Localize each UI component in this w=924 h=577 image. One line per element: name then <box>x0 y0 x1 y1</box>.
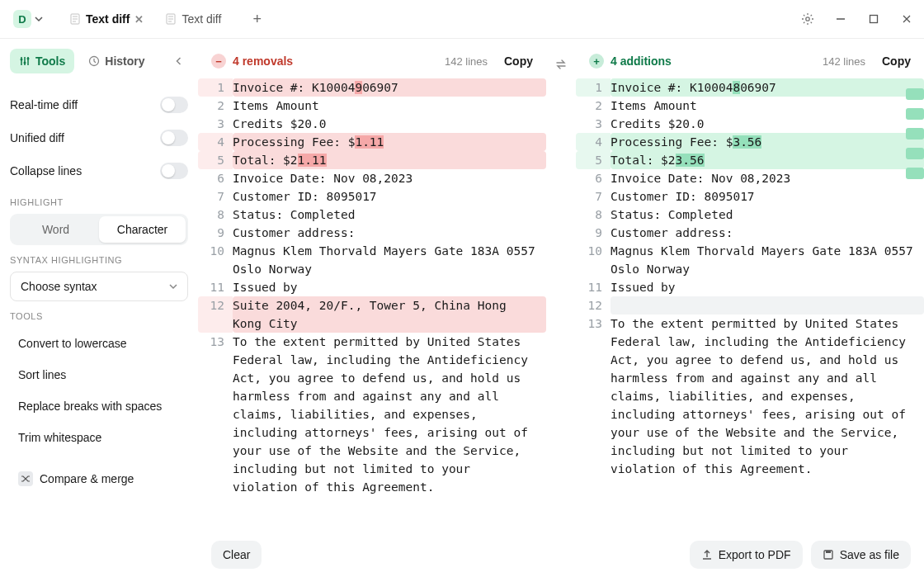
tool-lowercase[interactable]: Convert to lowercase <box>10 328 188 359</box>
chevron-down-icon <box>169 282 177 291</box>
diff-panes: − 4 removals 142 lines Copy 1Invoice #: … <box>198 39 924 577</box>
tab-text-diff-1[interactable]: Text diff ✕ <box>61 7 152 31</box>
code-line[interactable]: 13To the extent permitted by United Stat… <box>198 333 546 496</box>
line-content: Invoice #: K10004906907 <box>233 78 546 97</box>
code-line[interactable]: 9Customer address: <box>576 224 924 242</box>
line-number: 11 <box>198 278 233 296</box>
highlight-character[interactable]: Character <box>99 216 186 243</box>
code-line[interactable]: 8Status: Completed <box>576 206 924 224</box>
right-code-area[interactable]: 1Invoice #: K100048069072Items Amount3Cr… <box>576 78 924 577</box>
compare-merge-button[interactable]: Compare & merge <box>10 463 188 494</box>
option-label: Unified diff <box>10 131 64 144</box>
sidebar-tab-tools[interactable]: Tools <box>10 49 74 73</box>
diff-highlight: 9 <box>355 81 362 94</box>
diff-highlight: 8 <box>733 81 740 94</box>
line-number: 11 <box>576 278 610 296</box>
code-line[interactable]: 5Total: $23.56 <box>576 151 924 169</box>
tab-label: Text diff <box>182 12 221 26</box>
minimap-marker[interactable] <box>906 168 924 179</box>
line-number: 10 <box>576 242 610 278</box>
line-content: Customer ID: 8095017 <box>610 187 924 206</box>
highlight-word[interactable]: Word <box>12 216 99 243</box>
sliders-icon <box>19 55 31 67</box>
settings-button[interactable] <box>800 12 815 26</box>
code-line[interactable]: 9Customer address: <box>198 224 546 242</box>
left-code-area[interactable]: 1Invoice #: K100049069072Items Amount3Cr… <box>198 78 546 577</box>
code-line[interactable]: 2Items Amount <box>198 97 546 115</box>
option-collapse-lines: Collapse lines <box>10 154 188 187</box>
code-line[interactable]: 4Processing Fee: $1.11 <box>198 133 546 151</box>
new-tab-button[interactable]: + <box>246 7 268 31</box>
code-line[interactable]: 1Invoice #: K10004906907 <box>198 78 546 97</box>
app-menu[interactable]: D <box>10 8 46 30</box>
tool-replace-breaks[interactable]: Replace breaks with spaces <box>10 390 188 422</box>
clear-button[interactable]: Clear <box>211 541 262 569</box>
right-line-count: 142 lines <box>823 55 865 68</box>
minimap-marker[interactable] <box>906 128 924 140</box>
code-line[interactable]: 12 <box>576 296 924 315</box>
code-line[interactable]: 4Processing Fee: $3.56 <box>576 133 924 151</box>
svg-point-13 <box>27 58 30 60</box>
toggle-realtime[interactable] <box>160 97 188 113</box>
code-line[interactable]: 5Total: $21.11 <box>198 151 546 169</box>
sidebar-tab-history[interactable]: History <box>79 49 153 73</box>
line-content: Customer address: <box>233 224 546 242</box>
code-line[interactable]: 11Issued by <box>576 278 924 296</box>
line-number: 12 <box>198 296 233 333</box>
line-number: 4 <box>198 133 233 151</box>
left-line-count: 142 lines <box>445 55 488 68</box>
minimap[interactable] <box>906 88 924 179</box>
diff-highlight: 3.56 <box>733 135 761 149</box>
code-line[interactable]: 3Credits $20.0 <box>198 115 546 133</box>
line-number: 8 <box>198 206 233 224</box>
code-line[interactable]: 6Invoice Date: Nov 08,2023 <box>576 169 924 187</box>
toggle-unified[interactable] <box>160 130 188 146</box>
close-icon[interactable]: ✕ <box>134 13 144 26</box>
code-line[interactable]: 10Magnus Klem Thorvald Mayers Gate 183A … <box>198 242 546 278</box>
line-number: 13 <box>576 315 610 478</box>
minimap-marker[interactable] <box>906 108 924 120</box>
tool-sort-lines[interactable]: Sort lines <box>10 359 188 390</box>
code-line[interactable]: 6Invoice Date: Nov 08,2023 <box>198 169 546 187</box>
tab-label: Text diff <box>86 12 130 26</box>
document-icon <box>165 13 177 25</box>
close-window-button[interactable] <box>899 12 914 26</box>
minimize-button[interactable] <box>833 12 848 26</box>
code-line[interactable]: 2Items Amount <box>576 97 924 115</box>
copy-right-button[interactable]: Copy <box>882 54 911 68</box>
code-line[interactable]: 13To the extent permitted by United Stat… <box>576 315 924 478</box>
section-label-highlight: HIGHLIGHT <box>10 197 188 207</box>
swap-panes-button[interactable] <box>552 55 570 73</box>
line-number: 13 <box>198 333 233 496</box>
code-line[interactable]: 1Invoice #: K10004806907 <box>576 78 924 97</box>
syntax-select[interactable]: Choose syntax <box>10 272 188 301</box>
section-label-tools: TOOLS <box>10 311 188 321</box>
code-line[interactable]: 12Suite 2004, 20/F., Tower 5, China Hong… <box>198 296 546 333</box>
save-as-file-button[interactable]: Save as file <box>811 541 911 569</box>
code-line[interactable]: 3Credits $20.0 <box>576 115 924 133</box>
line-number: 5 <box>198 151 233 169</box>
copy-left-button[interactable]: Copy <box>504 54 533 68</box>
highlight-segmented: Word Character <box>10 214 188 245</box>
code-line[interactable]: 8Status: Completed <box>198 206 546 224</box>
export-pdf-button[interactable]: Export to PDF <box>690 541 803 569</box>
tab-text-diff-2[interactable]: Text diff <box>157 7 229 31</box>
code-line[interactable]: 11Issued by <box>198 278 546 296</box>
maximize-button[interactable] <box>866 12 881 26</box>
maximize-icon <box>869 14 879 24</box>
code-line[interactable]: 7Customer ID: 8095017 <box>576 187 924 206</box>
tool-trim-whitespace[interactable]: Trim whitespace <box>10 422 188 453</box>
code-line[interactable]: 10Magnus Klem Thorvald Mayers Gate 183A … <box>576 242 924 278</box>
collapse-sidebar-button[interactable] <box>170 52 188 70</box>
right-pane-header: + 4 additions 142 lines Copy <box>576 39 924 78</box>
code-line[interactable]: 7Customer ID: 8095017 <box>198 187 546 206</box>
window-tabs: Text diff ✕ Text diff + <box>61 7 268 31</box>
line-number: 2 <box>576 97 610 115</box>
line-content: Processing Fee: $1.11 <box>233 133 546 151</box>
line-content: Suite 2004, 20/F., Tower 5, China Hong K… <box>233 296 546 333</box>
minimap-marker[interactable] <box>906 88 924 100</box>
line-content: Invoice Date: Nov 08,2023 <box>233 169 546 187</box>
diff-highlight: 1.11 <box>298 154 327 167</box>
toggle-collapse[interactable] <box>160 163 188 179</box>
minimap-marker[interactable] <box>906 148 924 159</box>
